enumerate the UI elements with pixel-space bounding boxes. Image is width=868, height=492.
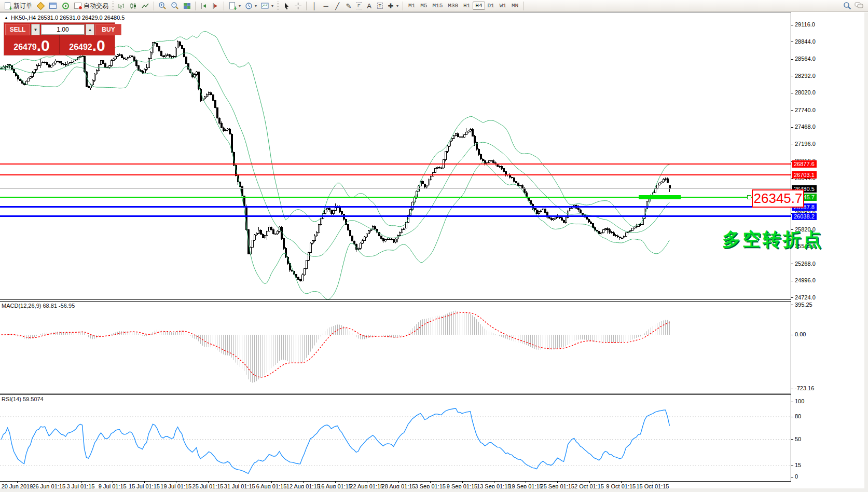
price-tick (791, 297, 793, 298)
price-axis-label: 24996.0 (795, 277, 816, 283)
text-tool[interactable]: A (364, 1, 375, 11)
chart-note-annotation[interactable]: 多空转折点 (722, 227, 823, 252)
search-icon[interactable] (843, 2, 851, 10)
arrows-tool[interactable]: ✚ ▾ (385, 1, 400, 11)
price-axis-label: 28020.0 (795, 89, 816, 95)
macd-tick (791, 335, 793, 335)
horizontal-line-tool[interactable]: ─ (321, 1, 331, 11)
timeframe-m30[interactable]: M30 (445, 2, 461, 10)
vertical-line-icon: │ (311, 2, 318, 10)
timeframe-h4[interactable]: H4 (473, 2, 485, 10)
timeframe-w1[interactable]: W1 (497, 2, 509, 10)
periods-button[interactable]: ▾ (243, 1, 258, 11)
rsi-label: RSI(14) 59.5074 (2, 396, 44, 402)
timeframe-m5[interactable]: M5 (418, 2, 430, 10)
level-price-label: 26877.6 (792, 160, 817, 168)
chart-profiles-button[interactable] (35, 1, 46, 11)
rsi-value: 59.5074 (23, 396, 44, 402)
horizontal-line-icon: ─ (322, 2, 329, 10)
timeframe-mn[interactable]: MN (509, 2, 521, 10)
rsi-tick (791, 439, 793, 440)
price-axis-label: 29116.0 (795, 21, 815, 28)
templates-button[interactable]: ▾ (259, 1, 275, 11)
toolbar-separator (224, 2, 224, 10)
new-order-label: 新订单 (13, 2, 32, 10)
toolbar-separator (523, 2, 524, 10)
candlestick-chart-button[interactable] (128, 1, 139, 11)
price-axis[interactable]: 29116.028844.028564.028292.028020.027740… (791, 12, 868, 492)
cursor-icon (283, 2, 290, 10)
zoom-out-button[interactable] (169, 1, 181, 11)
tile-windows-button[interactable] (182, 1, 192, 11)
buy-price[interactable]: 26492.0 (60, 35, 115, 54)
rsi-axis-label: 15 (795, 462, 801, 468)
trendline-tool[interactable]: ╱ (332, 1, 342, 11)
auto-trading-button[interactable]: 自动交易 (72, 1, 110, 11)
macd-pane[interactable]: MACD(12,26,9) 68.81 -56.95 (0, 302, 791, 393)
rsi-tick (791, 402, 793, 402)
bar-chart-button[interactable] (116, 1, 127, 11)
arrows-caret-icon: ▾ (396, 4, 398, 8)
market-watch-button[interactable] (47, 1, 59, 11)
sell-price[interactable]: 26479.0 (4, 35, 59, 54)
price-tick (791, 25, 793, 25)
toolbar-separator (154, 2, 154, 10)
toolbar-grip (277, 2, 279, 10)
text-label-tool[interactable]: T (376, 1, 385, 11)
sell-price-frac: .0 (37, 38, 50, 53)
indicators-icon: + (228, 2, 237, 10)
volume-decrease-button[interactable]: ▼ (31, 24, 40, 35)
timeframe-d1[interactable]: D1 (485, 2, 497, 10)
fibonacci-icon: F (356, 2, 362, 9)
timeframe-m15[interactable]: M15 (430, 2, 445, 10)
periods-caret-icon: ▾ (255, 4, 257, 8)
price-axis-label: 27740.0 (795, 107, 816, 113)
price-tick (791, 59, 793, 60)
line-chart-button[interactable] (140, 1, 151, 11)
indicators-button[interactable]: + ▾ (227, 1, 242, 11)
collapse-triangle-icon[interactable]: ▲ (4, 16, 8, 20)
fibonacci-tool[interactable]: F (355, 1, 363, 11)
trendline-icon: ╱ (334, 2, 341, 10)
cursor-button[interactable] (281, 1, 292, 11)
window-right-edge (864, 12, 868, 492)
price-axis-label: 28564.0 (795, 56, 816, 62)
price-pane[interactable] (0, 12, 791, 299)
buy-button[interactable]: BUY (95, 24, 121, 35)
template-icon (261, 2, 269, 10)
chat-icon[interactable] (855, 2, 864, 10)
sell-button[interactable]: SELL (5, 24, 30, 35)
channel-icon: ✎ (345, 2, 352, 10)
profile-tag-icon (36, 2, 45, 10)
price-tick (791, 76, 793, 76)
auto-scroll-button[interactable] (198, 1, 209, 11)
vertical-line-tool[interactable]: │ (309, 1, 320, 11)
bar-chart-icon (118, 2, 126, 10)
candlestick-chart-icon (130, 2, 137, 10)
equidistant-channel-tool[interactable]: ✎ (343, 1, 354, 11)
buy-price-int: 26492 (69, 42, 92, 53)
chart-shift-button[interactable] (210, 1, 221, 11)
price-level-callout[interactable]: 26345.7 (752, 189, 804, 208)
timeframe-h1[interactable]: H1 (461, 2, 473, 10)
crosshair-button[interactable] (293, 1, 304, 11)
price-tick (791, 93, 793, 93)
volume-increase-button[interactable]: ▲ (86, 24, 94, 35)
tile-windows-icon (183, 2, 191, 10)
price-tick (791, 110, 793, 111)
text-label-icon: T (377, 3, 383, 9)
volume-input[interactable] (41, 24, 85, 35)
rsi-tick (791, 417, 793, 417)
new-order-button[interactable]: + 新订单 (2, 1, 34, 11)
chart-shift-icon (212, 2, 219, 10)
level-price-label: 26703.1 (792, 171, 817, 179)
rsi-tick (791, 466, 793, 466)
price-axis-label: 27468.0 (795, 124, 816, 130)
line-chart-icon (142, 2, 149, 10)
rsi-pane[interactable]: RSI(14) 59.5074 (0, 395, 791, 481)
price-tick (791, 264, 793, 264)
signals-button[interactable] (60, 1, 71, 11)
timeframe-m1[interactable]: M1 (406, 2, 418, 10)
zoom-in-button[interactable] (157, 1, 168, 11)
macd-main-value: 68.81 (43, 303, 57, 309)
